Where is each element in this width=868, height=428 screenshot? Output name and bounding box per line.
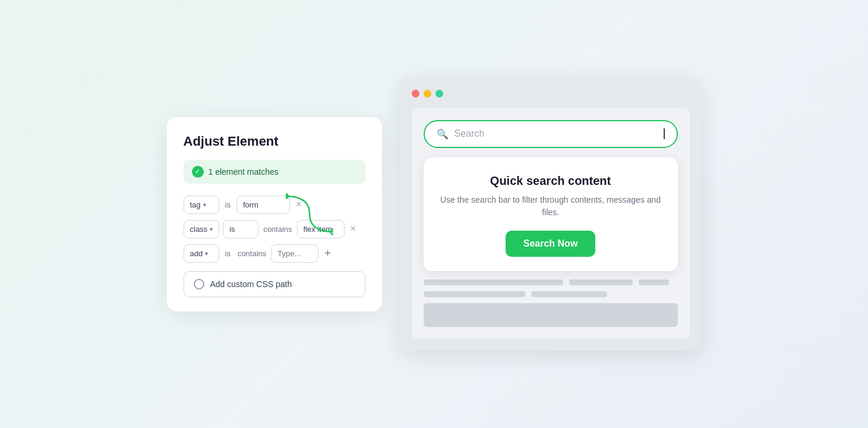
filter-is-1: is bbox=[223, 200, 233, 209]
skeleton-bar-3 bbox=[639, 279, 669, 285]
skeleton-area bbox=[424, 279, 678, 327]
filter-field-add[interactable]: add ▾ bbox=[184, 244, 219, 263]
add-css-circle-icon bbox=[194, 279, 204, 289]
popup-title: Quick search content bbox=[438, 174, 664, 188]
search-bar-wrapper: 🔍 Search bbox=[424, 120, 678, 148]
filter-close-1[interactable]: × bbox=[293, 198, 304, 211]
skeleton-block-1 bbox=[424, 303, 678, 327]
skeleton-row-2 bbox=[424, 291, 678, 297]
filter-field-tag[interactable]: tag ▾ bbox=[184, 196, 219, 214]
chevron-icon-3: ▾ bbox=[205, 250, 208, 257]
match-badge: ✓ 1 element matches bbox=[184, 160, 365, 184]
text-cursor bbox=[664, 128, 665, 139]
match-text: 1 element matches bbox=[209, 167, 279, 177]
filter-field-class[interactable]: class ▾ bbox=[184, 220, 220, 238]
filter-row-add: add ▾ is contains + bbox=[184, 244, 365, 263]
filter-row-class: class ▾ is contains × bbox=[184, 220, 365, 238]
search-icon: 🔍 bbox=[437, 128, 449, 140]
filter-value-add[interactable] bbox=[271, 244, 318, 263]
filter-contains-3: contains bbox=[236, 249, 267, 258]
match-icon: ✓ bbox=[192, 166, 204, 178]
add-css-label: Add custom CSS path bbox=[210, 279, 292, 289]
search-placeholder: Search bbox=[454, 128, 656, 139]
search-bar[interactable]: 🔍 Search bbox=[424, 120, 678, 148]
skeleton-bar-5 bbox=[531, 291, 607, 297]
browser-titlebar bbox=[412, 90, 690, 97]
skeleton-bar-1 bbox=[424, 279, 563, 285]
adjust-panel: Adjust Element ✓ 1 element matches tag ▾… bbox=[167, 117, 382, 311]
filter-row-tag: tag ▾ is × bbox=[184, 196, 365, 214]
filter-add-btn[interactable]: + bbox=[322, 246, 333, 261]
skeleton-row-1 bbox=[424, 279, 678, 285]
filter-close-2[interactable]: × bbox=[348, 222, 358, 235]
quick-search-popup: Quick search content Use the search bar … bbox=[424, 158, 678, 271]
chevron-icon: ▾ bbox=[203, 202, 206, 208]
skeleton-row-3 bbox=[424, 303, 678, 327]
skeleton-bar-4 bbox=[424, 291, 525, 297]
filter-is-3: is bbox=[223, 249, 233, 258]
adjust-panel-title: Adjust Element bbox=[184, 134, 365, 149]
filter-value-tag[interactable] bbox=[236, 196, 290, 214]
filter-value-class[interactable] bbox=[297, 220, 345, 238]
browser-panel: 🔍 Search Quick search content Use the se… bbox=[400, 78, 702, 351]
dot-green bbox=[435, 90, 443, 97]
chevron-icon-2: ▾ bbox=[210, 226, 213, 232]
popup-description: Use the search bar to filter through con… bbox=[438, 194, 664, 219]
filter-contains-2: contains bbox=[262, 225, 293, 234]
dot-red bbox=[412, 90, 419, 97]
add-css-row[interactable]: Add custom CSS path bbox=[184, 271, 365, 297]
filter-operator-class[interactable]: is bbox=[223, 220, 258, 238]
scene: Adjust Element ✓ 1 element matches tag ▾… bbox=[167, 78, 702, 351]
skeleton-bar-2 bbox=[569, 279, 633, 285]
dot-yellow bbox=[424, 90, 431, 97]
search-now-button[interactable]: Search Now bbox=[506, 231, 596, 257]
browser-content: 🔍 Search Quick search content Use the se… bbox=[412, 108, 690, 339]
